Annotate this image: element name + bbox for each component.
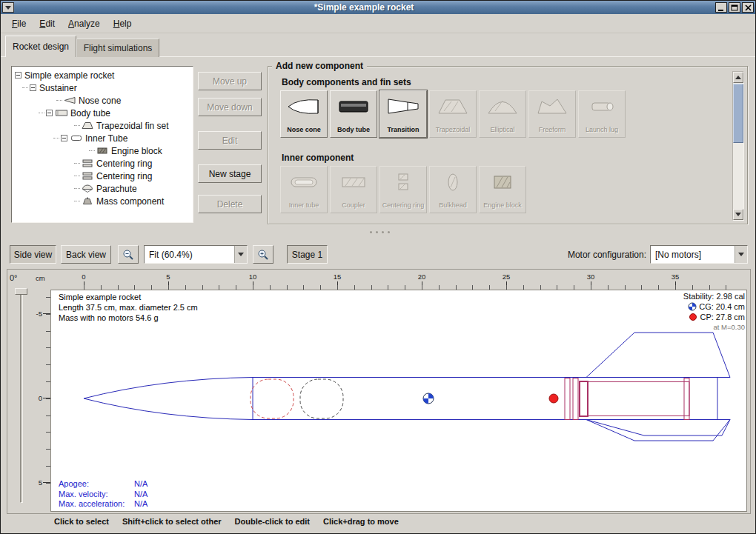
add-freeform-fin-button[interactable]: Freeform xyxy=(528,90,576,138)
centering-ring-shape-icon xyxy=(385,172,421,193)
component-panel-scrollbar[interactable] xyxy=(732,71,744,221)
side-view-button[interactable]: Side view xyxy=(10,245,56,264)
add-nose-cone-button[interactable]: Nose cone xyxy=(280,90,328,138)
add-inner-tube-button[interactable]: Inner tube xyxy=(280,166,328,213)
collapse-icon[interactable] xyxy=(61,135,67,141)
zoom-in-button[interactable] xyxy=(253,245,273,264)
rocket-info: Simple example rocket Length 37.5 cm, ma… xyxy=(59,292,198,323)
add-centering-ring-button[interactable]: Centering ring xyxy=(379,166,427,213)
scrollbar-thumb[interactable] xyxy=(733,84,743,143)
stability-text: Stability: 2.98 cal xyxy=(520,291,745,301)
tree-item-mass-component[interactable]: Mass component xyxy=(12,195,193,207)
move-up-button[interactable]: Move up xyxy=(198,72,262,90)
engine-block-icon xyxy=(96,147,108,155)
tree-item-sustainer[interactable]: Sustainer xyxy=(12,81,193,94)
inner-tube-icon xyxy=(70,134,82,142)
rotation-slider-track[interactable] xyxy=(20,291,23,503)
cp-marker xyxy=(549,394,558,403)
stage-1-toggle[interactable]: Stage 1 xyxy=(287,245,328,264)
zoom-select[interactable]: Fit (60.4%) xyxy=(144,245,248,264)
close-button[interactable] xyxy=(742,2,754,13)
cg-marker xyxy=(423,393,434,404)
window-menu-icon[interactable] xyxy=(2,2,14,13)
rotation-value: 0° xyxy=(10,273,18,282)
menu-file[interactable]: File xyxy=(5,16,33,32)
cp-text: CP: 27.8 cm xyxy=(700,313,745,321)
rotation-slider-handle[interactable] xyxy=(15,288,27,295)
add-transition-button[interactable]: Transition xyxy=(379,90,427,138)
fin-icon xyxy=(82,121,93,130)
menubar: File Edit Analyze Help xyxy=(1,14,755,33)
centering-ring-shape xyxy=(684,378,689,420)
tree-item-rocket[interactable]: Simple example rocket xyxy=(12,69,193,81)
delete-button[interactable]: Delete xyxy=(198,195,262,213)
inner-tube-shape-icon xyxy=(286,172,322,193)
motor-configuration-select[interactable]: [No motors] xyxy=(650,245,748,264)
tree-item-body-tube[interactable]: Body tube xyxy=(12,107,193,119)
combo-arrow-icon[interactable] xyxy=(735,246,747,263)
stability-info: Stability: 2.98 cal CG: 20.4 cm CP: 27.8… xyxy=(520,291,745,333)
tab-flight-simulations[interactable]: Flight simulations xyxy=(76,39,159,57)
tree-item-engine-block[interactable]: Engine block xyxy=(12,144,193,157)
collapse-icon[interactable] xyxy=(46,110,53,116)
h-tick-label: 10 xyxy=(242,273,264,281)
back-view-button[interactable]: Back view xyxy=(61,245,111,264)
minimize-button[interactable] xyxy=(715,2,727,13)
zoom-in-icon xyxy=(257,249,269,261)
new-stage-button[interactable]: New stage xyxy=(198,164,262,183)
add-body-tube-button[interactable]: Body tube xyxy=(330,90,377,138)
zoom-out-button[interactable] xyxy=(118,245,139,264)
titlebar[interactable]: *Simple example rocket xyxy=(1,1,755,14)
menu-edit[interactable]: Edit xyxy=(33,16,62,32)
add-elliptical-fin-button[interactable]: Elliptical xyxy=(479,90,526,138)
elliptical-fin-shape-icon xyxy=(485,96,520,117)
tab-rocket-design[interactable]: Rocket design xyxy=(5,36,76,57)
add-engine-block-button[interactable]: Engine block xyxy=(479,166,526,213)
collapse-icon[interactable] xyxy=(15,72,21,79)
freeform-fin-shape-icon xyxy=(534,96,570,117)
tree-item-fin-set[interactable]: Trapezoidal fin set xyxy=(12,119,193,132)
tree-item-centering-ring-2[interactable]: Centering ring xyxy=(12,170,193,182)
collapse-icon[interactable] xyxy=(30,84,36,91)
parachute-shape xyxy=(251,379,294,418)
menu-analyze[interactable]: Analyze xyxy=(62,16,107,32)
move-down-button[interactable]: Move down xyxy=(198,98,262,116)
h-tick-label: 15 xyxy=(326,273,348,281)
add-bulkhead-button[interactable]: Bulkhead xyxy=(429,166,477,213)
menu-help[interactable]: Help xyxy=(107,16,139,32)
parachute-icon xyxy=(82,184,93,193)
centering-ring-shape xyxy=(565,378,570,420)
tree-item-inner-tube[interactable]: Inner Tube xyxy=(12,132,193,144)
mach-text: at M=0.30 xyxy=(520,322,745,333)
h-tick-label: 20 xyxy=(411,273,433,281)
coupler-shape-icon xyxy=(336,172,371,193)
inner-component-label: Inner component xyxy=(282,153,354,163)
scroll-up-icon xyxy=(735,76,741,79)
inner-tube-shape xyxy=(580,382,689,416)
add-coupler-button[interactable]: Coupler xyxy=(330,166,377,213)
scroll-down-button[interactable] xyxy=(733,209,743,220)
add-trapezoidal-fin-button[interactable]: Trapezoidal xyxy=(429,90,477,138)
tree-item-nose-cone[interactable]: Nose cone xyxy=(12,94,193,107)
tree-item-centering-ring-1[interactable]: Centering ring xyxy=(12,157,193,170)
body-tube-icon xyxy=(56,109,67,117)
centering-ring-icon xyxy=(82,159,93,167)
maximize-button[interactable] xyxy=(729,2,740,13)
rocket-dimensions: Length 37.5 cm, max. diameter 2.5 cm xyxy=(59,302,198,313)
max-acceleration-value: N/A xyxy=(134,499,147,508)
add-launch-lug-button[interactable]: Launch lug xyxy=(578,90,626,138)
nose-cone-shape-icon xyxy=(286,96,322,117)
openrocket-window: { "window": { "title": "*Simple example … xyxy=(0,0,756,534)
scroll-up-button[interactable] xyxy=(733,72,743,83)
rocket-outline xyxy=(84,333,730,441)
edit-button[interactable]: Edit xyxy=(198,131,262,150)
combo-arrow-icon[interactable] xyxy=(234,246,247,263)
v-tick-label: 0 xyxy=(26,394,42,402)
flight-data: Apogee:N/A Max. velocity:N/A Max. accele… xyxy=(59,479,147,510)
mass-component-shape xyxy=(300,379,343,418)
tree-item-parachute[interactable]: Parachute xyxy=(12,182,193,195)
add-component-panel: Body components and fin sets Nose cone B… xyxy=(268,66,748,224)
apogee-value: N/A xyxy=(134,479,147,488)
v-tick-label: 5 xyxy=(26,478,42,487)
splitter-handle[interactable] xyxy=(370,231,390,233)
